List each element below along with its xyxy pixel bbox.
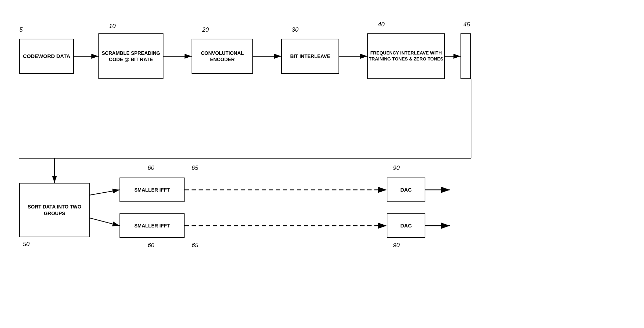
- label-90-top: 90: [393, 165, 400, 172]
- label-10: 10: [109, 23, 116, 30]
- label-65-top: 65: [192, 165, 198, 172]
- label-60-bottom: 60: [148, 242, 154, 249]
- diagram-svg: [0, 0, 644, 328]
- label-20: 20: [202, 26, 209, 33]
- label-45: 45: [463, 21, 470, 28]
- label-30: 30: [292, 26, 298, 33]
- label-90-bottom: 90: [393, 242, 400, 249]
- label-60-top: 60: [148, 165, 154, 172]
- label-5: 5: [19, 26, 22, 33]
- label-50: 50: [23, 241, 30, 248]
- arrow-sort-ifft-bottom: [90, 218, 120, 226]
- label-40: 40: [378, 21, 385, 28]
- arrow-sort-ifft-top: [90, 190, 120, 195]
- label-65-bottom: 65: [192, 242, 198, 249]
- diagram-container: CODEWORD DATA SCRAMBLE SPREADING CODE @ …: [0, 0, 644, 328]
